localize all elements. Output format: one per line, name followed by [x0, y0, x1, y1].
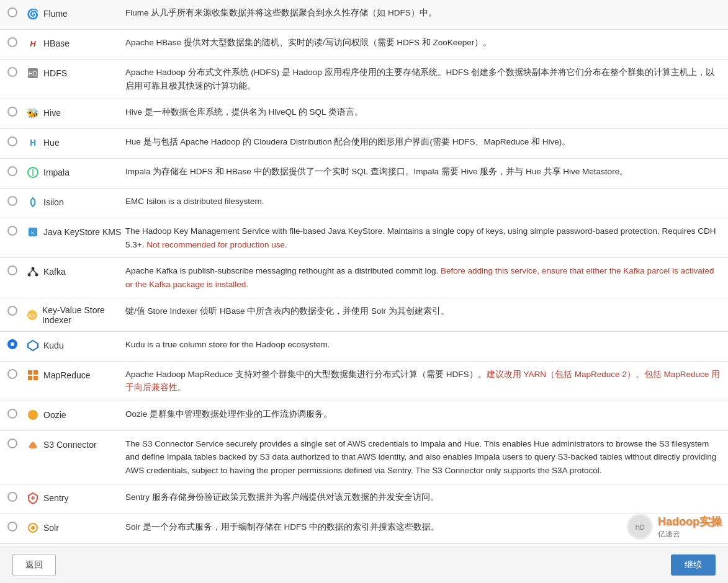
radio-sentry[interactable]	[7, 492, 17, 502]
icon-cell-solr: Solr	[26, 520, 125, 535]
radio-kafka[interactable]	[7, 265, 17, 275]
desc-part-mapreduce: Apache Hadoop MapReduce 支持对整个群集中的大型数据集进行…	[125, 370, 487, 379]
svg-point-22	[31, 526, 35, 530]
radio-cell-hdfs	[7, 66, 26, 79]
desc-s3: The S3 Connector Service securely provid…	[125, 437, 721, 478]
desc-part-kv: 键/值 Store Indexer 侦听 HBase 中所含表内的数据变化，并使…	[125, 306, 449, 316]
icon-impala	[26, 166, 40, 179]
radio-mapreduce[interactable]	[7, 369, 17, 379]
service-row-jks: KJava KeyStore KMSThe Hadoop Key Managem…	[0, 218, 728, 258]
icon-hdfs: HD	[26, 66, 40, 80]
icon-cell-jks: KJava KeyStore KMS	[26, 225, 125, 239]
radio-impala[interactable]	[7, 166, 17, 176]
radio-cell-oozie	[7, 407, 26, 421]
back-button[interactable]: 返回	[12, 554, 56, 576]
radio-cell-hive	[7, 105, 26, 118]
radio-kudu[interactable]	[7, 339, 17, 349]
radio-jks[interactable]	[7, 226, 17, 236]
desc-part-kafka: Apache Kafka is publish-subscribe messag…	[125, 266, 441, 275]
desc-part-hue: Hue 是与包括 Apache Hadoop 的 Cloudera Distri…	[125, 137, 570, 146]
icon-cell-impala: Impala	[26, 165, 125, 179]
radio-flume[interactable]	[7, 7, 17, 17]
icon-cell-mapreduce: MapReduce	[26, 368, 125, 382]
icon-cell-hive: 🐝Hive	[26, 105, 125, 120]
desc-hdfs: Apache Hadoop 分布式文件系统 (HDFS) 是 Hadoop 应用…	[125, 66, 721, 92]
continue-button[interactable]: 继续	[671, 554, 716, 576]
icon-sentry	[26, 491, 40, 505]
desc-hive: Hive 是一种数据仓库系统，提供名为 HiveQL 的 SQL 类语言。	[125, 105, 721, 119]
icon-kafka	[26, 265, 40, 278]
name-oozie: Oozie	[43, 410, 66, 420]
desc-kafka: Apache Kafka is publish-subscribe messag…	[125, 264, 721, 291]
icon-cell-isilon: Isilon	[26, 195, 125, 209]
service-row-mapreduce: MapReduceApache Hadoop MapReduce 支持对整个群集…	[0, 362, 728, 401]
service-row-kafka: KafkaApache Kafka is publish-subscribe m…	[0, 258, 728, 298]
service-row-sentry: SentrySentry 服务存储身份验证政策元数据并为客户端提供对该元数据的并…	[0, 484, 728, 514]
footer-bar: 返回 HD Hadoop实操 亿速云 继续	[0, 546, 728, 583]
radio-cell-s3	[7, 437, 26, 450]
service-row-hive: 🐝HiveHive 是一种数据仓库系统，提供名为 HiveQL 的 SQL 类语…	[0, 99, 728, 129]
radio-cell-flume	[7, 6, 26, 19]
name-kafka: Kafka	[43, 267, 66, 277]
watermark-logo: HD	[627, 514, 653, 540]
name-jks: Java KeyStore KMS	[43, 227, 121, 237]
radio-oozie[interactable]	[7, 409, 17, 419]
icon-mapreduce	[26, 368, 40, 382]
service-row-kv: KVKey-Value Store Indexer键/值 Store Index…	[0, 298, 728, 332]
radio-cell-sentry	[7, 491, 26, 504]
desc-part-solr: Solr 是一个分布式服务，用于编制存储在 HDFS 中的数据的索引并搜索这些数…	[125, 522, 439, 532]
radio-isilon[interactable]	[7, 196, 17, 206]
name-hue: Hue	[43, 138, 60, 148]
radio-cell-kv	[7, 305, 26, 318]
watermark-text: Hadoop实操	[658, 514, 722, 529]
svg-point-6	[32, 267, 35, 270]
desc-kudu: Kudu is a true column store for the Hado…	[125, 338, 721, 352]
icon-cell-sentry: Sentry	[26, 491, 125, 505]
service-row-solr: SolrSolr 是一个分布式服务，用于编制存储在 HDFS 中的数据的索引并搜…	[0, 514, 728, 544]
radio-hue[interactable]	[7, 136, 17, 146]
desc-kv: 键/值 Store Indexer 侦听 HBase 中所含表内的数据变化，并使…	[125, 305, 721, 318]
icon-flume: 🌀	[26, 7, 40, 20]
icon-kv: KV	[26, 308, 38, 322]
radio-cell-isilon	[7, 195, 26, 208]
desc-sentry: Sentry 服务存储身份验证政策元数据并为客户端提供对该元数据的并发安全访问。	[125, 491, 721, 504]
watermark-sub: 亿速云	[658, 529, 722, 540]
radio-solr[interactable]	[7, 522, 17, 532]
service-row-s3: S3 ConnectorThe S3 Connector Service sec…	[0, 431, 728, 484]
svg-line-9	[29, 270, 33, 274]
svg-text:KV: KV	[29, 313, 36, 319]
radio-cell-impala	[7, 165, 26, 178]
name-hdfs: HDFS	[43, 68, 67, 78]
svg-rect-15	[34, 370, 38, 375]
name-solr: Solr	[43, 523, 59, 533]
desc-jks: The Hadoop Key Management Service with f…	[125, 225, 721, 251]
radio-cell-solr	[7, 520, 26, 533]
svg-marker-13	[28, 340, 38, 350]
desc-part-kudu: Kudu is a true column store for the Hado…	[125, 340, 330, 349]
icon-cell-oozie: Oozie	[26, 407, 125, 422]
icon-hive: 🐝	[26, 106, 40, 120]
radio-hbase[interactable]	[7, 37, 17, 47]
desc-part-isilon: EMC Isilon is a distributed filesystem.	[125, 197, 264, 206]
icon-cell-kafka: Kafka	[26, 264, 125, 278]
desc-part-oozie: Oozie 是群集中管理数据处理作业的工作流协调服务。	[125, 409, 332, 419]
radio-s3[interactable]	[7, 438, 17, 448]
desc-part-hive: Hive 是一种数据仓库系统，提供名为 HiveQL 的 SQL 类语言。	[125, 107, 363, 117]
desc-isilon: EMC Isilon is a distributed filesystem.	[125, 195, 721, 208]
radio-cell-jks	[7, 225, 26, 238]
icon-hue: H	[26, 136, 40, 149]
service-list: 🌀FlumeFlume 从几乎所有来源收集数据并将这些数据聚合到永久性存储（如 …	[0, 0, 728, 544]
desc-mapreduce: Apache Hadoop MapReduce 支持对整个群集中的大型数据集进行…	[125, 368, 721, 394]
icon-cell-flume: 🌀Flume	[26, 6, 125, 20]
desc-hbase: Apache HBase 提供对大型数据集的随机、实时的读/写访问权限（需要 H…	[125, 36, 721, 50]
radio-cell-kudu	[7, 338, 26, 351]
radio-kv[interactable]	[7, 306, 17, 316]
desc-part-impala: Impala 为存储在 HDFS 和 HBase 中的数据提供了一个实时 SQL…	[125, 167, 628, 176]
desc-part-hdfs: Apache Hadoop 分布式文件系统 (HDFS) 是 Hadoop 应用…	[125, 68, 714, 91]
radio-hdfs[interactable]	[7, 67, 17, 77]
icon-jks: K	[26, 225, 40, 239]
name-kudu: Kudu	[43, 340, 64, 350]
icon-solr	[26, 521, 40, 535]
radio-hive[interactable]	[7, 107, 17, 117]
name-flume: Flume	[43, 9, 68, 19]
